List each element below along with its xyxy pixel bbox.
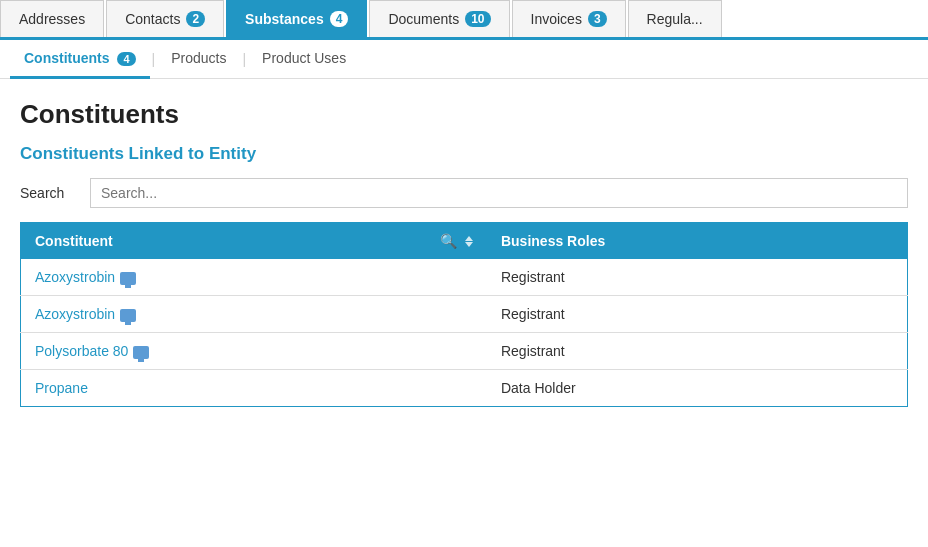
tab-contacts[interactable]: Contacts 2 — [106, 0, 224, 37]
col-constituent: Constituent 🔍 — [21, 223, 487, 260]
constituent-link[interactable]: Azoxystrobin — [35, 306, 115, 322]
screen-icon — [120, 309, 136, 322]
table-row: PropaneData Holder — [21, 370, 908, 407]
page-title: Constituents — [20, 99, 908, 130]
cell-business-roles: Registrant — [487, 333, 908, 370]
tab-regula[interactable]: Regula... — [628, 0, 722, 37]
search-row: Search — [20, 178, 908, 208]
col-business-roles: Business Roles — [487, 223, 908, 260]
tab-documents[interactable]: Documents 10 — [369, 0, 509, 37]
subtab-product-uses-label: Product Uses — [262, 50, 346, 66]
table-row: Polysorbate 80Registrant — [21, 333, 908, 370]
screen-icon — [120, 272, 136, 285]
subtab-product-uses[interactable]: Product Uses — [248, 40, 360, 79]
tab-substances-label: Substances — [245, 11, 324, 27]
cell-constituent: Propane — [21, 370, 487, 407]
constituent-link[interactable]: Azoxystrobin — [35, 269, 115, 285]
search-label: Search — [20, 185, 80, 201]
tab-documents-label: Documents — [388, 11, 459, 27]
subtab-products-label: Products — [171, 50, 226, 66]
sub-tabs-bar: Constituents 4 | Products | Product Uses — [0, 40, 928, 79]
cell-constituent: Azoxystrobin — [21, 259, 487, 296]
tab-invoices-badge: 3 — [588, 11, 607, 27]
subtab-constituents-badge: 4 — [117, 52, 135, 66]
table-row: AzoxystrobinRegistrant — [21, 296, 908, 333]
table-header-row: Constituent 🔍 Business Roles — [21, 223, 908, 260]
col-constituent-label: Constituent — [35, 233, 113, 249]
tab-invoices[interactable]: Invoices 3 — [512, 0, 626, 37]
tab-contacts-label: Contacts — [125, 11, 180, 27]
tab-regula-label: Regula... — [647, 11, 703, 27]
cell-constituent: Polysorbate 80 — [21, 333, 487, 370]
screen-icon — [133, 346, 149, 359]
subtab-constituents-label: Constituents — [24, 50, 110, 66]
search-th-icon[interactable]: 🔍 — [440, 233, 457, 249]
main-content: Constituents Constituents Linked to Enti… — [0, 79, 928, 407]
sort-constituent-icon[interactable] — [465, 236, 473, 247]
tab-substances[interactable]: Substances 4 — [226, 0, 367, 37]
subtab-divider-2: | — [240, 51, 248, 67]
subtab-divider-1: | — [150, 51, 158, 67]
table-row: AzoxystrobinRegistrant — [21, 259, 908, 296]
search-input[interactable] — [90, 178, 908, 208]
constituents-table: Constituent 🔍 Business Roles Azoxystro — [20, 222, 908, 407]
section-title: Constituents Linked to Entity — [20, 144, 908, 164]
top-tabs-bar: Addresses Contacts 2 Substances 4 Docume… — [0, 0, 928, 40]
tab-invoices-label: Invoices — [531, 11, 582, 27]
subtab-constituents[interactable]: Constituents 4 — [10, 40, 150, 79]
cell-constituent: Azoxystrobin — [21, 296, 487, 333]
cell-business-roles: Registrant — [487, 296, 908, 333]
tab-addresses[interactable]: Addresses — [0, 0, 104, 37]
tab-documents-badge: 10 — [465, 11, 490, 27]
col-business-roles-label: Business Roles — [501, 233, 605, 249]
cell-business-roles: Data Holder — [487, 370, 908, 407]
constituent-link[interactable]: Polysorbate 80 — [35, 343, 128, 359]
tab-contacts-badge: 2 — [186, 11, 205, 27]
cell-business-roles: Registrant — [487, 259, 908, 296]
tab-substances-badge: 4 — [330, 11, 349, 27]
tab-addresses-label: Addresses — [19, 11, 85, 27]
subtab-products[interactable]: Products — [157, 40, 240, 79]
constituent-link[interactable]: Propane — [35, 380, 88, 396]
